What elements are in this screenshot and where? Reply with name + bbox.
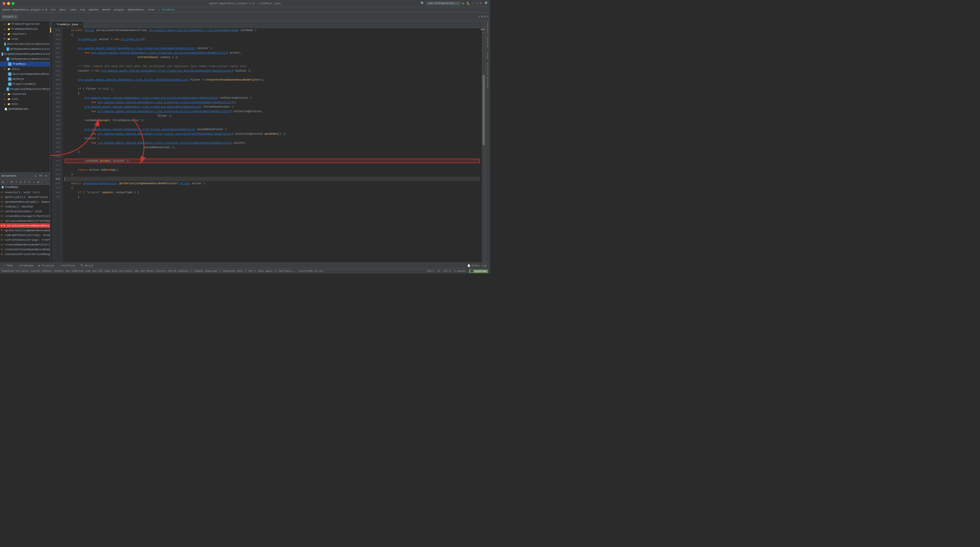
up-btn[interactable]: ↑ <box>41 180 45 184</box>
expand-recursive-btn[interactable]: ⊕ <box>36 180 40 184</box>
struct-containsVersion[interactable]: m ↑ containsVersion(VersionRange, Artifa… <box>0 252 50 257</box>
tree-item-PropertiesMojo[interactable]: C PropertiesMojo <box>0 82 50 87</box>
tree-item-DOTDependencyNodeVisitor[interactable]: C DOTDependencyNodeVisitor <box>0 46 50 52</box>
tree-item-GetMojo[interactable]: C GetMojo <box>0 76 50 82</box>
struct-createDependencyNodeFilter[interactable]: m ↑ createDependencyNodeFilter(): Depend… <box>0 242 50 247</box>
tree-item-site[interactable]: ▶ 📁 site <box>0 97 50 101</box>
bc-item-8[interactable]: plugin <box>114 8 124 11</box>
struct-serializeVerboseDependencyTree[interactable]: m 🔒 serializeVerboseDependencyTree(Depen… <box>0 223 50 228</box>
problems-tab[interactable]: ⚠ Problems <box>16 263 36 268</box>
bc-item-3[interactable]: main <box>59 8 66 11</box>
struct-createResolvingArtifactFilter[interactable]: m ↑ createResolvingArtifactFilter(): Art… <box>0 214 50 219</box>
expand-all-btn[interactable]: ○ <box>32 180 36 184</box>
show-fields-btn[interactable]: f <box>14 180 18 184</box>
editor-content[interactable]: 382 383 384 385 386 387 388 389 390 391 … <box>50 28 485 263</box>
struct-execute[interactable]: m ↑ execute(): void ↑Mojo <box>0 190 50 195</box>
show-nonpublic-btn[interactable]: Y <box>23 180 27 184</box>
bc-item-4[interactable]: java <box>70 8 76 11</box>
sort-button[interactable]: ⇅ <box>33 174 38 178</box>
profiler-tab[interactable]: ⚡ Profiler <box>57 263 77 268</box>
bc-item-5[interactable]: org <box>80 8 85 11</box>
favorites-sidebar-item[interactable]: Favorites <box>486 76 490 89</box>
code-line-385 <box>65 41 480 46</box>
database-sidebar-item[interactable]: Database <box>486 35 490 48</box>
tab-close-icon[interactable]: ✕ <box>80 23 81 26</box>
build-tab[interactable]: 🔨 Build <box>78 263 95 268</box>
show-inherited-btn[interactable]: H <box>10 180 14 184</box>
add-configuration-button[interactable]: Add Configuration... <box>426 2 460 5</box>
tree-item-GraphmlDependencyNodeVisitor[interactable]: C GraphmlDependencyNodeVisitor <box>0 52 50 57</box>
scrollbar-area[interactable]: ▲18 ✓1 <box>482 28 485 263</box>
encoding[interactable]: UTF-8 <box>444 270 451 273</box>
tree-item-TGFDependencyNodeVisitor[interactable]: C TGFDependencyNodeVisitor <box>0 57 50 62</box>
tree-item-DEPENDENCIES[interactable]: 📄 DEPENDENCIES <box>0 106 50 112</box>
minimize-button[interactable] <box>7 2 10 5</box>
tree-item-resources[interactable]: ▶ 📁 resources <box>0 92 50 97</box>
tree-item-fromDependencies[interactable]: ▶ 📁 fromDependencies <box>0 27 50 32</box>
tree-item-AbstractSerializingVisitor[interactable]: C AbstractSerializingVisitor <box>0 41 50 46</box>
struct-getDependencyGraph[interactable]: m ↑ getDependencyGraph(): DependencyNode <box>0 200 50 204</box>
debug-button[interactable]: 🐛 <box>466 2 470 5</box>
code-area[interactable]: private String serializeVerboseDependenc… <box>63 28 482 263</box>
tree-item-test[interactable]: ▶ 📁 test <box>0 101 50 106</box>
sort-az-btn[interactable]: ↑ <box>5 180 10 184</box>
collapse-all-icon[interactable]: ≡ <box>478 15 480 19</box>
bc-item-9[interactable]: dependency <box>128 8 144 11</box>
maximize-button[interactable] <box>11 2 14 5</box>
bc-item-1[interactable]: maven-dependency-plugin-2.8 <box>3 8 47 11</box>
tree-item-resolvers[interactable]: ▶ 📁 resolvers <box>0 32 50 36</box>
method-visibility-icon: m <box>1 205 2 208</box>
sort-btn[interactable]: ⇅ <box>1 180 5 184</box>
close-panel-icon[interactable]: ✕ <box>487 15 488 19</box>
cursor-position[interactable]: 415:1 <box>427 270 434 273</box>
tree-item-TreeMojo[interactable]: C TreeMojo <box>0 62 50 67</box>
coverage-button[interactable]: ☂ <box>476 2 478 5</box>
project-toolbar-label[interactable]: Project ▾ <box>2 15 18 19</box>
struct-isSkip[interactable]: m ↑ isSkip(): boolean <box>0 204 50 209</box>
event-log-tab[interactable]: 📋 Event Log <box>465 263 488 268</box>
struct-toGraphTokens[interactable]: m ↑ toGraphTokens(String): GraphTokens <box>0 233 50 238</box>
close-button[interactable] <box>3 2 5 5</box>
search-everywhere-icon[interactable]: 🔎 <box>484 2 487 5</box>
tree-item-AbstractDependencyMojo[interactable]: C AbstractDependencyMojo <box>0 71 50 76</box>
bc-item-7[interactable]: maven <box>102 8 110 11</box>
structure-sidebar-item[interactable]: Structure <box>486 63 490 75</box>
sort-alpha-button[interactable]: Az <box>38 174 43 178</box>
bc-item-10[interactable]: tree <box>148 8 154 11</box>
terminal-tab[interactable]: ▶ Terminal <box>37 263 56 268</box>
bc-item-treemojo[interactable]: ☕ TreeMojo <box>158 8 175 11</box>
struct-getProject[interactable]: m ↑ getProject(): MavenProject <box>0 195 50 200</box>
show-anonymous-btn[interactable]: a <box>19 180 22 184</box>
tree-item-PurgeLocalRepositoryMojo[interactable]: C PurgeLocalRepositoryMojo <box>0 87 50 92</box>
expand-all-icon[interactable]: ≣ <box>481 15 483 19</box>
translate-sidebar-item[interactable]: Translate <box>486 22 490 35</box>
folder-icon: 📁 <box>7 32 11 36</box>
run-button[interactable]: ▶ <box>463 1 465 5</box>
maven-sidebar-item[interactable]: Maven <box>486 49 490 62</box>
structure-panel-header[interactable]: Structure ⇅ Az ⚙ <box>0 173 50 179</box>
down-btn[interactable]: ↓ <box>45 180 49 184</box>
todo-tab[interactable]: ✓ TODO <box>2 263 15 268</box>
struct-getSerializingDependencyNodeVisitor[interactable]: m ↑ getSerializingDependencyNodeVisitor(… <box>0 228 50 233</box>
tree-item-fromConfiguration[interactable]: ▶ 📁 fromConfiguration <box>0 22 50 27</box>
scrollbar-thumb[interactable] <box>482 75 485 145</box>
struct-toTreeTokens[interactable]: m ↑ toTreeTokens(String): TreeTokens <box>0 238 50 242</box>
bc-item-6[interactable]: apache <box>89 8 99 11</box>
settings-button[interactable]: ⚙ <box>44 174 48 178</box>
error-count: ✓1 <box>482 31 485 34</box>
line-ending[interactable]: LF <box>438 270 441 273</box>
tree-item-utils[interactable]: ▶ 📁 utils <box>0 67 50 71</box>
struct-setSkip[interactable]: m ↑ setSkip(boolean): void <box>0 209 50 214</box>
struct-serializeDependencyTree[interactable]: m ↑ serializeDependencyTree(DependencyNo… <box>0 219 50 223</box>
tree-item-tree[interactable]: ▼ 📂 tree <box>0 36 50 41</box>
struct-createVerboseDependencyNodeFilter[interactable]: m ↑ createVerboseDependencyNodeFilter():… <box>0 247 50 252</box>
show-lambdas-btn[interactable]: λ <box>27 180 31 184</box>
indent-size[interactable]: 4 spaces <box>454 270 466 273</box>
code-line-406: visitor = <box>65 136 480 141</box>
settings-icon[interactable]: ⚙ <box>480 2 482 5</box>
tab-treemojo[interactable]: ☕ TreeMojo.java ✕ <box>51 21 84 28</box>
search-icon[interactable]: 🔍 <box>421 2 424 5</box>
bc-item-2[interactable]: src <box>51 8 56 11</box>
gear-icon[interactable]: ⚙ <box>484 15 486 19</box>
profile-button[interactable]: ⚡ <box>472 2 474 5</box>
